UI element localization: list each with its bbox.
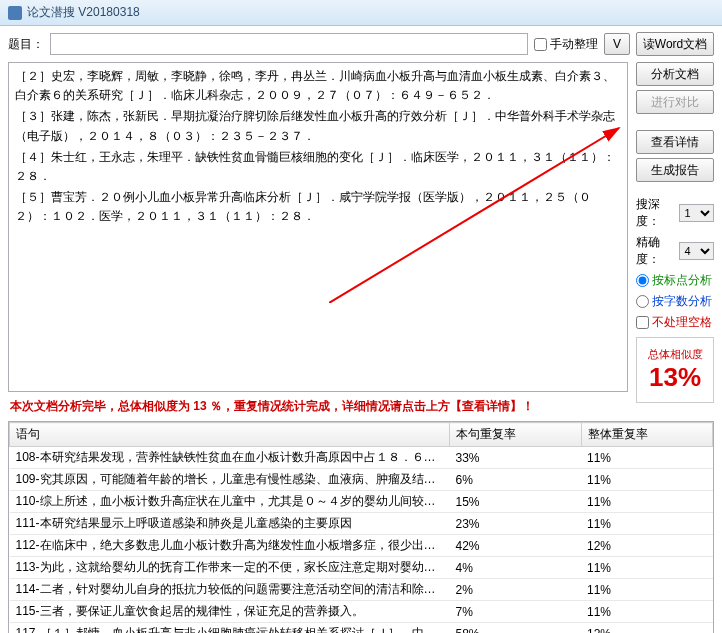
cell-rate-a: 2%: [450, 579, 582, 601]
table-row[interactable]: 108-本研究结果发现，营养性缺铁性贫血在血小板计数升高原因中占１８．６％，另外…: [10, 447, 713, 469]
cell-rate-a: 58%: [450, 623, 582, 634]
report-button[interactable]: 生成报告: [636, 158, 714, 182]
th-sentence[interactable]: 语句: [10, 423, 450, 447]
table-row[interactable]: 111-本研究结果显示上呼吸道感染和肺炎是儿童感染的主要原因23%11%: [10, 513, 713, 535]
cell-rate-a: 4%: [450, 557, 582, 579]
precision-select[interactable]: 4: [679, 242, 714, 260]
radio-chars-input[interactable]: [636, 295, 649, 308]
ref-line: ［２］史宏，李晓辉，周敏，李晓静，徐鸣，李丹，冉丛兰．川崎病血小板升高与血清血小…: [15, 67, 621, 105]
cell-rate-a: 42%: [450, 535, 582, 557]
table-row[interactable]: 113-为此，这就给婴幼儿的抚育工作带来一定的不便，家长应注意定期对婴幼儿进行常…: [10, 557, 713, 579]
radio-punct[interactable]: 按标点分析: [636, 272, 714, 289]
table-row[interactable]: 114-二者，针对婴幼儿自身的抵抗力较低的问题需要注意活动空间的清洁和除菌，防止…: [10, 579, 713, 601]
table-row[interactable]: 109-究其原因，可能随着年龄的增长，儿童患有慢性感染、血液病、肿瘤及结缔组织疾…: [10, 469, 713, 491]
cell-rate-b: 11%: [581, 447, 713, 469]
analysis-notice: 本次文档分析完毕，总体相似度为 13 ％，重复情况统计完成，详细情况请点击上方【…: [8, 392, 628, 421]
precision-label: 精确度：: [636, 234, 679, 268]
cell-rate-b: 12%: [581, 535, 713, 557]
v-button[interactable]: V: [604, 33, 630, 55]
manual-checkbox[interactable]: 手动整理: [534, 36, 598, 53]
cell-rate-b: 11%: [581, 579, 713, 601]
depth-label: 搜深度：: [636, 196, 679, 230]
th-overall-rate[interactable]: 整体重复率: [581, 423, 713, 447]
th-sentence-rate[interactable]: 本句重复率: [450, 423, 582, 447]
cell-rate-b: 12%: [581, 623, 713, 634]
table-row[interactable]: 110-综上所述，血小板计数升高症状在儿童中，尤其是０～４岁的婴幼儿间较为常见，…: [10, 491, 713, 513]
similarity-label: 总体相似度: [648, 347, 703, 362]
cell-sentence: 108-本研究结果发现，营养性缺铁性贫血在血小板计数升高原因中占１８．６％，另外…: [10, 447, 450, 469]
analyze-button[interactable]: 分析文档: [636, 62, 714, 86]
similarity-box: 总体相似度 13%: [636, 337, 714, 403]
cell-sentence: 111-本研究结果显示上呼吸道感染和肺炎是儿童感染的主要原因: [10, 513, 450, 535]
cell-rate-a: 33%: [450, 447, 582, 469]
chk-nospace-label: 不处理空格: [652, 314, 712, 331]
manual-checkbox-input[interactable]: [534, 38, 547, 51]
topic-label: 题目：: [8, 36, 44, 53]
table-row[interactable]: 117-［１］郝慷．血小板升高与非小细胞肺癌远处转移相关系探讨［Ｊ］．中国医学创…: [10, 623, 713, 634]
references-box[interactable]: ［２］史宏，李晓辉，周敏，李晓静，徐鸣，李丹，冉丛兰．川崎病血小板升高与血清血小…: [8, 62, 628, 392]
radio-punct-label: 按标点分析: [652, 272, 712, 289]
compare-button: 进行对比: [636, 90, 714, 114]
similarity-value: 13%: [649, 362, 701, 393]
depth-select[interactable]: 1: [679, 204, 714, 222]
cell-sentence: 113-为此，这就给婴幼儿的抚育工作带来一定的不便，家长应注意定期对婴幼儿进行常…: [10, 557, 450, 579]
manual-checkbox-label: 手动整理: [550, 36, 598, 53]
cell-sentence: 114-二者，针对婴幼儿自身的抵抗力较低的问题需要注意活动空间的清洁和除菌，防止…: [10, 579, 450, 601]
cell-rate-a: 7%: [450, 601, 582, 623]
cell-rate-a: 6%: [450, 469, 582, 491]
radio-chars-label: 按字数分析: [652, 293, 712, 310]
cell-rate-b: 11%: [581, 469, 713, 491]
details-button[interactable]: 查看详情: [636, 130, 714, 154]
chk-nospace-input[interactable]: [636, 316, 649, 329]
cell-sentence: 109-究其原因，可能随着年龄的增长，儿童患有慢性感染、血液病、肿瘤及结缔组织疾…: [10, 469, 450, 491]
ref-line: ［４］朱士红，王永志，朱理平．缺铁性贫血骨髓巨核细胞的变化［Ｊ］．临床医学，２０…: [15, 148, 621, 186]
cell-sentence: 115-三者，要保证儿童饮食起居的规律性，保证充足的营养摄入。: [10, 601, 450, 623]
app-icon: [8, 6, 22, 20]
cell-sentence: 117-［１］郝慷．血小板升高与非小细胞肺癌远处转移相关系探讨［Ｊ］．中国医学创…: [10, 623, 450, 634]
app-title: 论文潜搜 V20180318: [27, 4, 140, 21]
cell-rate-a: 15%: [450, 491, 582, 513]
radio-punct-input[interactable]: [636, 274, 649, 287]
cell-rate-b: 11%: [581, 513, 713, 535]
cell-rate-b: 11%: [581, 491, 713, 513]
cell-rate-a: 23%: [450, 513, 582, 535]
table-row[interactable]: 115-三者，要保证儿童饮食起居的规律性，保证充足的营养摄入。7%11%: [10, 601, 713, 623]
read-word-button[interactable]: 读Word文档: [636, 32, 714, 56]
cell-rate-b: 11%: [581, 557, 713, 579]
ref-line: ［５］曹宝芳．２０例小儿血小板异常升高临床分析［Ｊ］．咸宁学院学报（医学版），２…: [15, 188, 621, 226]
topic-input[interactable]: [50, 33, 528, 55]
cell-sentence: 110-综上所述，血小板计数升高症状在儿童中，尤其是０～４岁的婴幼儿间较为常见，…: [10, 491, 450, 513]
table-row[interactable]: 112-在临床中，绝大多数患儿血小板计数升高为继发性血小板增多症，很少出现症状，…: [10, 535, 713, 557]
radio-chars[interactable]: 按字数分析: [636, 293, 714, 310]
results-table[interactable]: 语句 本句重复率 整体重复率 108-本研究结果发现，营养性缺铁性贫血在血小板计…: [9, 422, 713, 633]
ref-line: ［３］张建，陈杰，张新民．早期抗凝治疗脾切除后继发性血小板升高的疗效分析［Ｊ］．…: [15, 107, 621, 145]
cell-sentence: 112-在临床中，绝大多数患儿血小板计数升高为继发性血小板增多症，很少出现症状，…: [10, 535, 450, 557]
cell-rate-b: 11%: [581, 601, 713, 623]
chk-nospace[interactable]: 不处理空格: [636, 314, 714, 331]
